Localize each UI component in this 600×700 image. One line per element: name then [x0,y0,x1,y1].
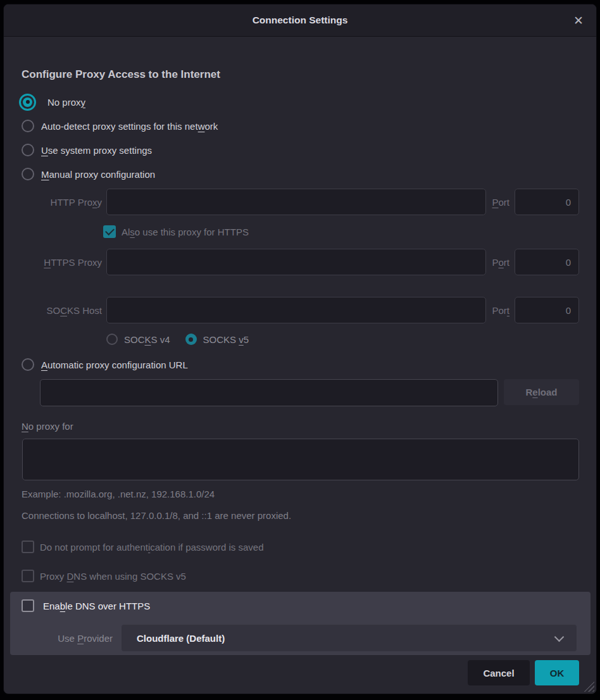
footer: Cancel OK [18,660,579,685]
also-https-checkbox[interactable] [103,225,116,238]
dns-over-https-panel: Enable DNS over HTTPS Use Provider Cloud… [10,592,591,655]
provider-row: Use Provider Cloudflare (Default) [22,625,577,651]
no-proxy-for-example: Example: .mozilla.org, .net.nz, 192.168.… [22,489,579,500]
also-https-label: Also use this proxy for HTTPS [122,227,249,237]
http-proxy-row: HTTP Proxy Port [18,189,579,215]
provider-label: Use Provider [22,633,113,644]
radio-row-system-proxy[interactable]: Use system proxy settings [22,138,579,162]
radio-system-proxy-label: Use system proxy settings [41,145,152,156]
socks-port-input[interactable] [515,297,579,323]
auto-url-input[interactable] [40,379,498,406]
socks-port-label: Port [491,305,510,316]
https-proxy-row: HTTPS Proxy Port [18,249,579,275]
provider-value: Cloudflare (Default) [137,633,225,644]
radio-manual-proxy[interactable] [22,168,34,180]
radio-no-proxy[interactable] [19,94,36,111]
radio-socks-v4[interactable] [106,334,118,345]
radio-row-no-proxy[interactable]: No proxy [22,90,579,114]
http-port-input[interactable] [515,189,579,215]
titlebar: Connection Settings ✕ [4,4,596,37]
https-port-input[interactable] [515,249,579,275]
ok-button[interactable]: OK [535,660,579,685]
no-prompt-auth-row[interactable]: Do not prompt for authentication if pass… [22,541,579,553]
socks-version-row: SOCKS v4 SOCKS v5 [106,331,579,347]
radio-manual-proxy-label: Manual proxy configuration [41,169,155,180]
socks-v4-label: SOCKS v4 [124,334,170,345]
proxy-dns-checkbox[interactable] [22,570,34,582]
radio-socks-v5[interactable] [185,334,197,345]
enable-doh-checkbox[interactable] [22,599,34,612]
connection-settings-dialog: Connection Settings ✕ Configure Proxy Ac… [3,4,597,694]
radio-auto-detect-label: Auto-detect proxy settings for this netw… [41,121,218,132]
radio-auto-url[interactable] [22,358,34,371]
chevron-down-icon [554,632,565,642]
reload-button[interactable]: Reload [504,379,579,405]
radio-row-auto-detect[interactable]: Auto-detect proxy settings for this netw… [22,114,579,138]
proxy-dns-row[interactable]: Proxy DNS when using SOCKS v5 [22,570,579,582]
socks-host-label: SOCKS Host [18,305,102,316]
radio-row-auto-url[interactable]: Automatic proxy configuration URL [22,355,579,374]
https-port-label: Port [491,257,510,268]
enable-doh-row[interactable]: Enable DNS over HTTPS [22,599,577,612]
radio-auto-url-label: Automatic proxy configuration URL [41,359,188,370]
close-icon[interactable]: ✕ [571,4,586,36]
provider-dropdown[interactable]: Cloudflare (Default) [122,625,577,651]
no-proxy-for-note: Connections to localhost, 127.0.0.1/8, a… [22,510,579,522]
enable-doh-label: Enable DNS over HTTPS [43,601,150,611]
proxy-dns-label: Proxy DNS when using SOCKS v5 [40,571,186,582]
also-https-row[interactable]: Also use this proxy for HTTPS [103,223,579,240]
no-proxy-for-label: No proxy for [22,421,579,434]
no-prompt-auth-checkbox[interactable] [22,541,34,553]
page-title: Configure Proxy Access to the Internet [22,67,579,82]
http-port-label: Port [491,197,510,208]
https-proxy-label: HTTPS Proxy [18,257,102,268]
radio-system-proxy[interactable] [22,144,34,156]
radio-row-manual-proxy[interactable]: Manual proxy configuration [22,162,579,186]
no-prompt-auth-label: Do not prompt for authentication if pass… [40,542,264,553]
cancel-button[interactable]: Cancel [468,660,530,685]
socks-v5-label: SOCKS v5 [203,334,249,345]
socks-host-row: SOCKS Host Port [18,297,579,323]
dialog-title: Connection Settings [253,15,348,26]
no-proxy-for-textarea[interactable] [22,439,579,480]
http-proxy-input[interactable] [106,189,486,215]
auto-url-row: Reload [40,379,579,406]
https-proxy-input[interactable] [106,249,486,275]
socks-host-input[interactable] [106,297,486,323]
http-proxy-label: HTTP Proxy [18,197,102,208]
dialog-content: Configure Proxy Access to the Internet N… [4,37,596,694]
radio-auto-detect[interactable] [22,120,34,132]
radio-no-proxy-label: No proxy [47,97,85,108]
check-icon [105,226,115,235]
